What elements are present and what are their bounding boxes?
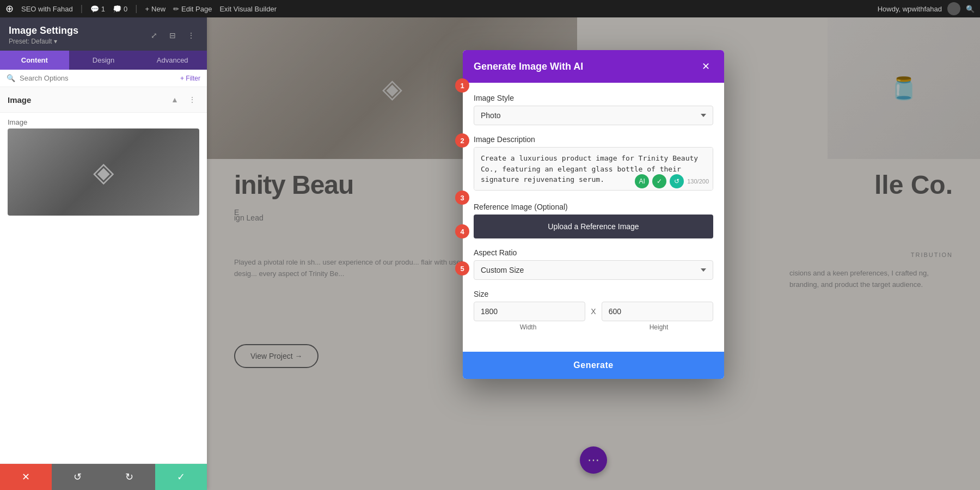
modal-header: Generate Image With AI ✕ — [463, 50, 724, 83]
site-name[interactable]: SEO with Fahad — [21, 5, 73, 13]
image-field-label: Image — [0, 113, 207, 128]
image-preview[interactable]: ◈ — [8, 128, 199, 216]
size-field-labels: Width Height — [474, 323, 713, 331]
reference-image-label: Reference Image (Optional) — [474, 203, 713, 211]
image-section-label: Image — [8, 95, 31, 105]
tab-design[interactable]: Design — [69, 51, 138, 70]
panel-bottom-bar: ✕ ↺ ↻ ✓ — [0, 463, 207, 490]
pencil-icon: ✏ — [173, 5, 179, 13]
admin-bar-right: Howdy, wpwithfahad 🔍 — [878, 2, 975, 15]
panel-header: Image Settings Preset: Default ▾ ⤢ ⊟ ⋮ — [0, 17, 207, 51]
panel-search-bar: 🔍 + Filter — [0, 70, 207, 87]
exit-visual-builder-button[interactable]: Exit Visual Builder — [219, 5, 277, 13]
refresh-icon[interactable]: ↺ — [670, 174, 684, 188]
wordpress-logo-icon: ⊕ — [5, 3, 14, 15]
step-4-badge: 4 — [455, 224, 469, 238]
aspect-ratio-select[interactable]: Custom Size 1:1 16:9 4:3 9:16 — [474, 260, 713, 280]
panel-tabs: Content Design Advanced — [0, 51, 207, 70]
modal-overlay: 1 2 3 4 5 Generate Image With AI ✕ Image… — [207, 17, 980, 490]
modal-close-button[interactable]: ✕ — [698, 59, 713, 74]
panel-title: Image Settings — [9, 25, 78, 36]
comment-icon: 💬 — [90, 5, 99, 13]
redo-button[interactable]: ↻ — [103, 464, 155, 490]
section-more-icon[interactable]: ⋮ — [185, 93, 199, 107]
height-label: Height — [604, 323, 713, 331]
expand-icon[interactable]: ⤢ — [147, 28, 161, 42]
notification-chat[interactable]: 💭 0 — [113, 5, 127, 13]
user-avatar — [947, 2, 960, 15]
textarea-wrapper: AI ✓ ↺ 130/200 — [474, 147, 713, 193]
generate-button[interactable]: Generate — [463, 352, 724, 379]
spell-check-icon[interactable]: ✓ — [652, 174, 666, 188]
upload-reference-image-button[interactable]: Upload a Reference Image — [474, 215, 713, 238]
panel-header-icons: ⤢ ⊟ ⋮ — [147, 28, 198, 42]
panel-preset[interactable]: Preset: Default ▾ — [9, 38, 78, 45]
image-style-select[interactable]: Photo Illustration 3D Render Sketch Wate… — [474, 106, 713, 125]
step-2-badge: 2 — [455, 133, 469, 148]
search-options-input[interactable] — [20, 74, 176, 82]
image-style-group: Image Style Photo Illustration 3D Render… — [474, 94, 713, 125]
user-greeting: Howdy, wpwithfahad — [878, 5, 942, 13]
search-icon[interactable]: 🔍 — [966, 5, 975, 13]
tab-advanced[interactable]: Advanced — [138, 51, 207, 70]
new-post-button[interactable]: + New — [145, 5, 166, 13]
edit-page-button[interactable]: ✏ Edit Page — [173, 5, 212, 13]
textarea-actions: AI ✓ ↺ 130/200 — [635, 174, 709, 188]
aspect-ratio-label: Aspect Ratio — [474, 248, 713, 257]
collapse-section-icon[interactable]: ▲ — [168, 93, 182, 107]
ai-enhance-icon[interactable]: AI — [635, 174, 649, 188]
tab-content[interactable]: Content — [0, 51, 69, 70]
admin-bar: ⊕ SEO with Fahad | 💬 1 💭 0 | + New ✏ Edi… — [0, 0, 980, 17]
modal-body: Image Style Photo Illustration 3D Render… — [463, 83, 724, 352]
ai-label: AI — [639, 177, 645, 185]
step-5-badge: 5 — [455, 261, 469, 275]
reference-image-group: Reference Image (Optional) Upload a Refe… — [474, 203, 713, 238]
image-style-label: Image Style — [474, 94, 713, 102]
notification-comments[interactable]: 💬 1 — [90, 5, 105, 13]
image-preview-inner: ◈ — [8, 128, 199, 216]
filter-button[interactable]: + Filter — [180, 75, 200, 82]
image-description-group: Image Description AI ✓ ↺ 130/200 — [474, 135, 713, 193]
size-label: Size — [474, 290, 713, 298]
more-options-icon[interactable]: ⋮ — [184, 28, 198, 42]
char-count: 130/200 — [687, 178, 709, 185]
image-section-header: Image ▲ ⋮ — [0, 87, 207, 113]
width-label: Width — [474, 323, 583, 331]
ai-modal: Generate Image With AI ✕ Image Style Pho… — [463, 50, 724, 379]
step-1-badge: 1 — [455, 78, 469, 93]
modal-title: Generate Image With AI — [474, 61, 583, 72]
split-icon[interactable]: ⊟ — [166, 28, 180, 42]
chat-icon: 💭 — [113, 5, 121, 13]
left-panel: Image Settings Preset: Default ▾ ⤢ ⊟ ⋮ C… — [0, 17, 207, 490]
plus-icon: + — [145, 5, 149, 13]
width-input[interactable] — [474, 302, 585, 321]
size-inputs-row: X — [474, 302, 713, 321]
save-button[interactable]: ✓ — [155, 464, 207, 490]
aspect-ratio-group: Aspect Ratio Custom Size 1:1 16:9 4:3 9:… — [474, 248, 713, 280]
bottle-icon: ◈ — [93, 156, 114, 188]
size-group: Size X Width Height — [474, 290, 713, 331]
height-input[interactable] — [602, 302, 713, 321]
step-3-badge: 3 — [455, 191, 469, 205]
search-icon: 🔍 — [7, 74, 15, 82]
image-description-label: Image Description — [474, 135, 713, 144]
size-x-separator: X — [591, 307, 596, 316]
cancel-button[interactable]: ✕ — [0, 464, 52, 490]
undo-button[interactable]: ↺ — [52, 464, 103, 490]
modal-container: 1 2 3 4 5 Generate Image With AI ✕ Image… — [463, 50, 724, 379]
